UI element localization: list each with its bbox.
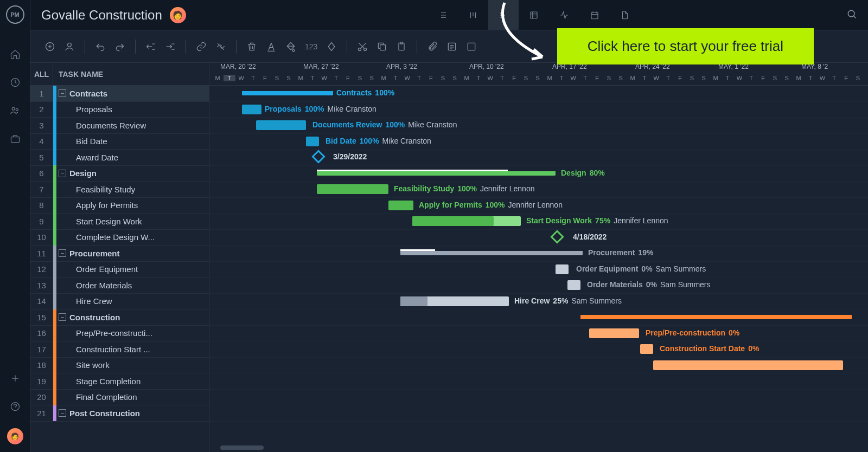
expand-toggle[interactable]: − [59, 170, 66, 177]
gantt-row[interactable]: Order Equipment0%Sam Summers [209, 262, 868, 278]
gantt-bar[interactable] [317, 184, 388, 194]
expand-toggle[interactable]: − [59, 409, 66, 417]
gantt-row[interactable] [209, 358, 868, 374]
project-avatar[interactable]: 🧑 [170, 7, 186, 23]
search-icon[interactable] [846, 9, 857, 22]
gantt-row[interactable] [209, 390, 868, 406]
gantt-bar[interactable] [242, 105, 261, 114]
gantt-row[interactable]: Hire Crew25%Sam Summers [209, 294, 868, 310]
gantt-row[interactable] [209, 373, 868, 390]
gantt-bar[interactable] [589, 328, 639, 338]
gantt-row[interactable]: Apply for Permits100%Jennifer Lennon [209, 198, 868, 214]
milestone-icon[interactable] [311, 150, 325, 163]
gantt-row[interactable] [209, 309, 868, 326]
gantt-bar[interactable] [256, 120, 306, 130]
undo-button[interactable] [91, 37, 110, 56]
task-row[interactable]: 1−Contracts [30, 86, 209, 102]
gantt-panel[interactable]: MAR, 20 '22MAR, 27 '22APR, 3 '22APR, 10 … [209, 63, 868, 452]
gantt-row[interactable]: Contracts100% [209, 86, 868, 102]
task-row[interactable]: 15−Construction [30, 309, 209, 326]
gantt-bar[interactable] [306, 137, 319, 146]
gantt-row[interactable]: Order Materials0%Sam Summers [209, 277, 868, 294]
gantt-row[interactable]: Prep/Pre-construction0% [209, 326, 868, 342]
gantt-row[interactable]: Feasibility Study100%Jennifer Lennon [209, 182, 868, 198]
col-taskname-header[interactable]: TASK NAME [53, 70, 103, 79]
gantt-bar[interactable] [412, 216, 521, 226]
team-icon[interactable] [8, 103, 23, 118]
gantt-bar[interactable] [400, 296, 509, 306]
delete-button[interactable] [242, 37, 261, 56]
task-row[interactable]: 12Order Equipment [30, 262, 209, 278]
assign-button[interactable] [60, 37, 79, 56]
cut-button[interactable] [353, 37, 372, 56]
gantt-row[interactable] [209, 405, 868, 422]
view-sheet-icon[interactable] [519, 0, 549, 30]
more-button[interactable] [462, 37, 481, 56]
milestone-button[interactable] [322, 37, 341, 56]
view-calendar-icon[interactable] [579, 0, 610, 30]
gantt-row[interactable]: Bid Date100%Mike Cranston [209, 134, 868, 150]
task-row[interactable]: 6−Design [30, 166, 209, 182]
view-activity-icon[interactable] [549, 0, 579, 30]
add-icon[interactable] [8, 371, 23, 386]
task-row[interactable]: 14Hire Crew [30, 294, 209, 310]
task-row[interactable]: 19Stage Completion [30, 373, 209, 390]
task-row[interactable]: 17Construction Start ... [30, 341, 209, 358]
gantt-bar[interactable] [556, 264, 569, 274]
gantt-bar[interactable] [317, 171, 556, 176]
task-row[interactable]: 13Order Materials [30, 277, 209, 294]
task-row[interactable]: 21−Post Construction [30, 405, 209, 422]
fill-button[interactable] [281, 37, 301, 56]
gantt-row[interactable]: Documents Review100%Mike Cranston [209, 118, 868, 134]
user-avatar[interactable]: 🧑 [7, 428, 23, 444]
task-row[interactable]: 7Feasibility Study [30, 182, 209, 198]
gantt-bar[interactable] [400, 251, 583, 255]
gantt-row[interactable]: 4/18/2022 [209, 230, 868, 246]
unlink-button[interactable] [211, 37, 231, 56]
task-row[interactable]: 2Proposals [30, 102, 209, 118]
help-icon[interactable] [8, 399, 23, 414]
cta-button[interactable]: Click here to start your free trial [557, 28, 814, 64]
gantt-row[interactable]: Procurement19% [209, 246, 868, 262]
task-row[interactable]: 9Start Design Work [30, 214, 209, 230]
copy-button[interactable] [372, 37, 392, 56]
gantt-bar[interactable] [580, 315, 852, 319]
add-task-button[interactable] [40, 37, 60, 56]
task-row[interactable]: 4Bid Date [30, 134, 209, 150]
gantt-row[interactable]: Start Design Work75%Jennifer Lennon [209, 214, 868, 230]
clock-icon[interactable] [8, 75, 23, 90]
task-row[interactable]: 18Site work [30, 358, 209, 374]
task-row[interactable]: 8Apply for Permits [30, 198, 209, 214]
gantt-bar[interactable] [640, 344, 653, 354]
link-button[interactable] [192, 37, 211, 56]
view-list-icon[interactable] [427, 0, 458, 30]
outdent-button[interactable] [141, 37, 161, 56]
gantt-row[interactable]: Construction Start Date0% [209, 341, 868, 358]
indent-button[interactable] [161, 37, 180, 56]
task-row[interactable]: 20Final Completion [30, 390, 209, 406]
task-row[interactable]: 16Prep/Pre-constructi... [30, 326, 209, 342]
task-row[interactable]: 5Award Date [30, 150, 209, 166]
task-row[interactable]: 3Documents Review [30, 118, 209, 134]
gantt-bar[interactable] [388, 201, 413, 210]
view-board-icon[interactable] [458, 0, 488, 30]
expand-toggle[interactable]: − [59, 249, 66, 257]
gantt-scrollbar[interactable] [220, 445, 264, 450]
home-icon[interactable] [8, 47, 23, 62]
gantt-row[interactable]: Design80% [209, 166, 868, 182]
task-row[interactable]: 10Complete Design W... [30, 230, 209, 246]
view-file-icon[interactable] [610, 0, 640, 30]
milestone-icon[interactable] [550, 230, 564, 243]
paste-button[interactable] [392, 37, 411, 56]
text-format-button[interactable] [261, 37, 281, 56]
redo-button[interactable] [110, 37, 130, 56]
note-button[interactable] [442, 37, 462, 56]
gantt-row[interactable]: Proposals100%Mike Cranston [209, 102, 868, 118]
expand-toggle[interactable]: − [59, 89, 66, 97]
gantt-row[interactable]: 3/29/2022 [209, 150, 868, 166]
task-row[interactable]: 11−Procurement [30, 246, 209, 262]
briefcase-icon[interactable] [8, 131, 23, 146]
gantt-bar[interactable] [567, 280, 580, 290]
gantt-bar[interactable] [242, 91, 333, 95]
attach-button[interactable] [423, 37, 442, 56]
